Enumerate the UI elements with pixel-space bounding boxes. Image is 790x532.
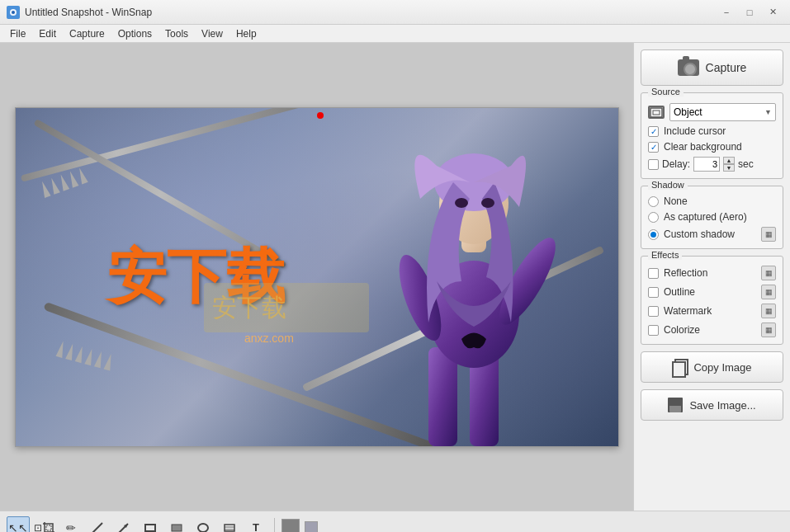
delay-checkbox[interactable] (648, 159, 659, 170)
colorize-options-button[interactable]: ▦ (761, 322, 776, 337)
delay-unit-label: sec (738, 158, 754, 170)
save-image-label: Save Image... (689, 399, 755, 412)
colorize-label: Colorize (664, 324, 700, 336)
background-color-swatch[interactable] (305, 521, 318, 533)
menu-capture[interactable]: Capture (63, 26, 111, 41)
clear-background-checkbox[interactable] (648, 142, 659, 153)
shadow-none-row: None (648, 195, 776, 207)
reflection-options-button[interactable]: ▦ (761, 266, 776, 280)
canvas-area[interactable]: 安下载 安下载 anxz.com (0, 43, 633, 511)
capture-button[interactable]: Capture (641, 49, 783, 86)
outline-checkbox[interactable] (648, 287, 659, 298)
menu-help[interactable]: Help (229, 26, 263, 41)
rect-fill-icon (170, 521, 183, 533)
arrow-icon (117, 521, 130, 533)
delay-spinners: ▲ ▼ (723, 157, 735, 172)
source-icon (648, 106, 665, 119)
shadow-as-captured-label: As captured (Aero) (664, 211, 747, 223)
minimize-button[interactable]: − (716, 4, 737, 21)
arrow-tool-button[interactable] (112, 516, 135, 533)
text-tool-button[interactable]: T (244, 516, 267, 533)
watermark-checkbox[interactable] (648, 306, 659, 317)
rect-fill-tool-button[interactable] (165, 516, 188, 533)
outline-label: Outline (664, 286, 695, 298)
delay-decrement-button[interactable]: ▼ (723, 164, 735, 172)
delay-input[interactable] (693, 157, 720, 172)
maximize-button[interactable]: □ (739, 4, 760, 21)
shadow-none-radio[interactable] (648, 196, 659, 207)
shadow-as-captured-radio[interactable] (648, 212, 659, 223)
watermark-options-button[interactable]: ▦ (761, 304, 776, 318)
reflection-row: Reflection ▦ (648, 266, 776, 280)
source-type-value: Object (674, 106, 702, 118)
svg-rect-3 (428, 347, 457, 446)
watermark-row: Watermark ▦ (648, 304, 776, 318)
outline-row: Outline ▦ (648, 285, 776, 299)
effects-section-title: Effects (648, 250, 682, 260)
delay-increment-button[interactable]: ▲ (723, 157, 735, 164)
spike (74, 345, 85, 362)
shadow-custom-radio[interactable] (648, 229, 659, 240)
shadow-as-captured-row: As captured (Aero) (648, 211, 776, 223)
image-container: 安下载 安下载 anxz.com (15, 107, 619, 447)
crop-tool-button[interactable] (33, 516, 56, 533)
spike (57, 173, 69, 191)
spike (65, 342, 76, 360)
select-tool-button[interactable]: ↖ (7, 516, 30, 533)
include-cursor-row: Include cursor (648, 125, 776, 137)
menu-bar: File Edit Capture Options Tools View Hel… (0, 25, 790, 43)
copy-icon (672, 359, 687, 375)
rect-outline-tool-button[interactable] (139, 516, 162, 533)
menu-view[interactable]: View (195, 26, 229, 41)
outline-options-button[interactable]: ▦ (761, 285, 776, 299)
spike (67, 170, 78, 188)
title-bar: Untitled Snapshot - WinSnap − □ ✕ (0, 0, 790, 25)
source-section: Source Object ▼ Include cursor (641, 92, 783, 179)
watermark-url-text: anxz.com (244, 332, 294, 345)
effects-section: Effects Reflection ▦ Outline ▦ Watermark… (641, 256, 783, 345)
shadow-custom-label: Custom shadow (664, 228, 735, 240)
line-tool-button[interactable] (86, 516, 109, 533)
svg-rect-17 (46, 525, 51, 530)
clear-background-label: Clear background (664, 141, 742, 153)
copy-image-button[interactable]: Copy Image (641, 351, 783, 383)
crop-icon (42, 521, 55, 533)
include-cursor-checkbox[interactable] (648, 126, 659, 137)
close-button[interactable]: ✕ (762, 4, 783, 21)
right-panel: Capture Source Object ▼ Include cu (633, 43, 790, 511)
svg-rect-16 (653, 111, 660, 115)
menu-file[interactable]: File (3, 26, 32, 41)
shadow-options-button[interactable]: ▦ (761, 227, 776, 242)
watermark-svg: 安下载 (204, 283, 369, 332)
source-section-title: Source (648, 87, 684, 97)
reflection-checkbox[interactable] (648, 268, 659, 279)
foreground-color-swatch[interactable] (281, 519, 300, 533)
svg-point-11 (455, 198, 468, 208)
colorize-checkbox[interactable] (648, 325, 659, 336)
svg-line-18 (92, 523, 102, 533)
object-icon (650, 107, 663, 118)
svg-text:安下载: 安下载 (212, 294, 286, 321)
toolbar-separator (274, 518, 275, 533)
svg-point-23 (198, 524, 208, 532)
include-cursor-label: Include cursor (664, 125, 726, 137)
character-svg (354, 116, 585, 446)
pen-tool-button[interactable]: ✏ (59, 516, 83, 533)
rect-outline-icon (144, 521, 157, 533)
app-icon (7, 6, 20, 19)
save-image-button[interactable]: Save Image... (641, 389, 783, 421)
menu-edit[interactable]: Edit (32, 26, 63, 41)
clear-background-row: Clear background (648, 141, 776, 153)
svg-rect-21 (145, 525, 155, 531)
source-type-select[interactable]: Object ▼ (669, 103, 776, 121)
shadow-section-title: Shadow (648, 180, 688, 190)
menu-tools[interactable]: Tools (158, 26, 195, 41)
screenshot-canvas: 安下载 安下载 anxz.com (16, 108, 618, 446)
svg-rect-24 (225, 525, 234, 531)
capture-button-label: Capture (706, 61, 747, 74)
delay-label: Delay: (662, 158, 690, 170)
ellipse-tool-button[interactable] (192, 516, 215, 533)
dropdown-arrow-icon: ▼ (764, 108, 772, 116)
menu-options[interactable]: Options (111, 26, 158, 41)
hatch-tool-button[interactable] (218, 516, 241, 533)
